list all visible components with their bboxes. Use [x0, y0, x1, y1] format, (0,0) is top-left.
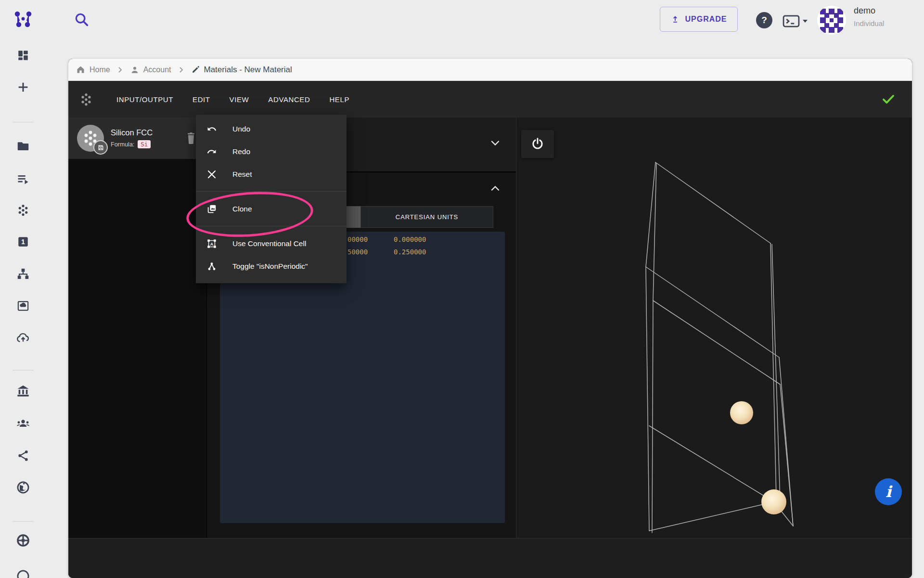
material-avatar — [77, 125, 104, 152]
menu-item-clone[interactable]: Clone — [196, 197, 346, 220]
material-card[interactable]: Silicon FCC Formula: Si — [68, 118, 206, 159]
molecule-dots-icon — [17, 204, 30, 217]
expand-section-button[interactable] — [491, 141, 500, 145]
screen: 1 — [0, 0, 924, 578]
bottom-bar — [68, 538, 912, 578]
share-icon — [17, 449, 30, 462]
unit-cell-wireframe — [516, 118, 912, 538]
plus-icon — [16, 80, 30, 94]
menu-edit[interactable]: EDIT — [192, 95, 210, 104]
pencil-icon — [191, 65, 200, 74]
breadcrumb-home-label: Home — [90, 66, 110, 74]
sidebar-divider — [13, 521, 34, 522]
upgrade-label: UPGRADE — [685, 15, 727, 24]
viewer-info-button[interactable]: i — [875, 478, 902, 505]
tab-crystal-units-partial[interactable] — [346, 206, 360, 228]
materials-list-panel: Silicon FCC Formula: Si — [68, 118, 206, 538]
svg-text:1: 1 — [21, 238, 25, 246]
molecule-dots-icon — [79, 92, 93, 106]
menu-item-redo[interactable]: Redo — [196, 140, 346, 163]
playlist-play-icon — [16, 172, 30, 185]
menu-item-undo[interactable]: Undo — [196, 118, 346, 140]
sidebar-item-public[interactable] — [16, 481, 30, 494]
formula-chip: Si — [138, 140, 151, 148]
sidebar-divider — [13, 370, 34, 370]
edit-menu-dropdown: Undo Redo Reset Clone A Use Conventional… — [196, 115, 346, 283]
basis-value: 00000 — [347, 236, 368, 243]
structure-3d-viewer[interactable]: i — [516, 118, 912, 538]
globe-icon — [16, 481, 30, 494]
sidebar-item-share[interactable] — [17, 449, 30, 462]
basis-value: 50000 — [347, 248, 368, 256]
sidebar-item-admin[interactable] — [16, 534, 30, 547]
sidebar-item-team[interactable] — [16, 417, 30, 431]
home-icon — [76, 65, 86, 75]
menu-item-redo-label: Redo — [232, 147, 250, 156]
menu-item-reset[interactable]: Reset — [196, 163, 346, 185]
menu-item-use-conventional-cell-label: Use Conventional Cell — [232, 239, 306, 248]
app-logo-icon[interactable] — [13, 11, 33, 29]
helm-icon — [16, 534, 30, 547]
breadcrumb-separator — [118, 66, 122, 73]
people-icon — [16, 417, 30, 431]
console-button[interactable] — [783, 14, 808, 28]
sitemap-icon — [17, 268, 30, 281]
menu-item-toggle-non-periodic[interactable]: Toggle "isNonPeriodic" — [196, 255, 346, 277]
menu-item-use-conventional-cell[interactable]: A Use Conventional Cell — [196, 232, 346, 255]
menu-item-clone-label: Clone — [232, 205, 252, 213]
dashboard-icon — [17, 49, 29, 62]
delete-material-button[interactable] — [186, 132, 196, 144]
breadcrumb-account[interactable]: Account — [130, 65, 171, 75]
sidebar-item-materials[interactable] — [17, 204, 30, 217]
menu-advanced[interactable]: ADVANCED — [268, 95, 310, 104]
trash-icon — [186, 132, 196, 144]
menu-input-output[interactable]: INPUT/OUTPUT — [116, 95, 173, 104]
breadcrumb-current: Materials - New Material — [191, 65, 292, 75]
sidebar-item-organization[interactable] — [16, 384, 30, 398]
user-name[interactable]: demo — [854, 6, 875, 16]
breadcrumb-account-label: Account — [143, 66, 171, 74]
publish-icon — [670, 14, 680, 24]
breadcrumb-home[interactable]: Home — [76, 65, 110, 75]
undo-icon — [206, 123, 218, 135]
collapse-section-button[interactable] — [491, 186, 500, 191]
sidebar-item-dashboard[interactable] — [17, 49, 29, 62]
atom-sphere — [730, 401, 753, 424]
menu-help[interactable]: HELP — [329, 95, 349, 104]
person-icon — [130, 65, 140, 75]
wallpaper-cloud-icon — [17, 300, 30, 313]
bank-icon — [16, 384, 30, 398]
terminal-icon — [783, 14, 800, 28]
clone-icon — [206, 203, 218, 215]
formula-label: Formula: — [111, 141, 134, 148]
saved-check-icon — [882, 94, 895, 105]
molecule-bond-icon — [206, 261, 218, 272]
tab-cartesian-units-label: CARTESIAN UNITS — [396, 213, 458, 221]
menu-divider — [196, 226, 346, 226]
chevron-up-icon — [491, 186, 500, 191]
designer-content: Silicon FCC Formula: Si — [68, 118, 912, 538]
upgrade-button[interactable]: UPGRADE — [660, 7, 738, 32]
svg-text:A: A — [210, 241, 214, 246]
sidebar-item-projects[interactable] — [17, 140, 30, 153]
sidebar-item-uploads[interactable] — [16, 331, 30, 345]
sidebar-item-images[interactable] — [17, 300, 30, 313]
sidebar-item-looks-one[interactable]: 1 — [17, 236, 29, 248]
menu-view[interactable]: VIEW — [230, 95, 249, 104]
menu-item-undo-label: Undo — [232, 125, 250, 133]
search-button[interactable] — [72, 10, 91, 29]
identicon — [817, 6, 846, 35]
help-button[interactable]: ? — [756, 12, 772, 28]
user-avatar[interactable] — [817, 6, 846, 35]
tab-cartesian-units[interactable]: CARTESIAN UNITS — [360, 206, 493, 228]
sidebar-item-jobs[interactable] — [16, 172, 30, 185]
menu-item-toggle-non-periodic-label: Toggle "isNonPeriodic" — [232, 262, 308, 271]
sidebar-divider — [13, 122, 34, 122]
sidebar-item-partial[interactable] — [16, 569, 30, 578]
redo-icon — [206, 146, 218, 158]
sidebar-item-workflows[interactable] — [17, 268, 30, 281]
menu-item-reset-label: Reset — [232, 170, 252, 179]
menu-divider — [196, 191, 346, 192]
chevron-down-icon — [491, 141, 500, 145]
sidebar-item-create[interactable] — [16, 80, 30, 94]
